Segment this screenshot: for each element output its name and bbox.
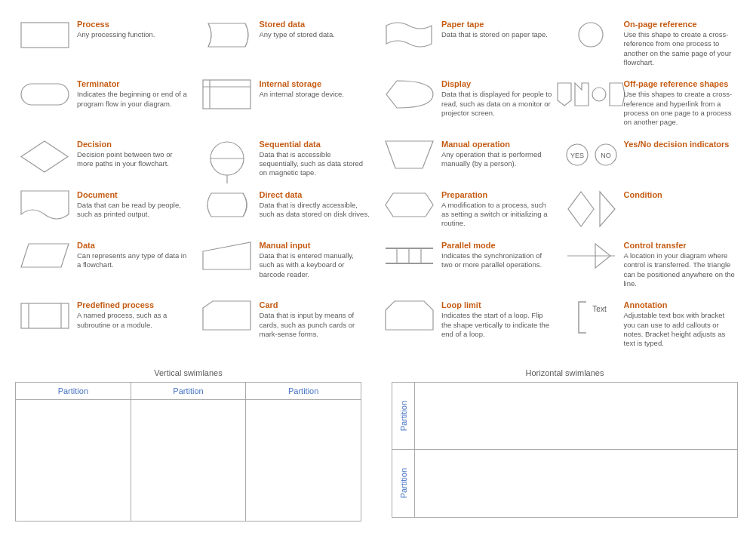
annotation-desc: Adjustable text box with bracket you can… xyxy=(624,311,736,348)
horizontal-swimlane: Partition Partition xyxy=(392,382,738,518)
paper-tape-title: Paper tape xyxy=(441,20,553,29)
h-row-1: Partition xyxy=(392,383,737,451)
shape-item-internal-storage[interactable]: Internal storage An internal storage dev… xyxy=(198,75,374,131)
card-desc: Data that is input by means of cards, su… xyxy=(260,311,371,339)
shape-item-manual-operation[interactable]: Manual operation Any operation that is p… xyxy=(380,135,556,183)
process-title: Process xyxy=(77,20,189,29)
predefined-process-desc: A named process, such as a subroutine or… xyxy=(77,311,189,330)
loop-limit-desc: Indicates the start of a loop. Flip the … xyxy=(441,311,553,339)
shape-item-annotation[interactable]: Text Annotation Adjustable text box with… xyxy=(562,296,739,352)
off-page-title: Off-page reference shapes xyxy=(624,79,736,88)
shape-item-document[interactable]: Document Data that can be read by people… xyxy=(15,186,192,233)
manual-input-desc: Data that is entered manually, such as w… xyxy=(260,251,371,279)
shape-item-yes-no[interactable]: YES NO Yes/No decision indicators xyxy=(562,135,739,183)
document-title: Document xyxy=(77,190,189,199)
sequential-data-visual xyxy=(201,140,254,177)
svg-marker-8 xyxy=(610,83,625,106)
data-visual xyxy=(18,241,71,271)
svg-marker-23 xyxy=(203,242,250,269)
shape-item-decision[interactable]: Decision Decision point between two or m… xyxy=(15,135,192,183)
shape-item-card[interactable]: Card Data that is input by means of card… xyxy=(198,296,374,352)
paper-tape-desc: Data that is stored on paper tape. xyxy=(441,30,553,39)
svg-point-1 xyxy=(579,23,603,47)
svg-marker-21 xyxy=(600,192,615,226)
shape-item-predefined-process[interactable]: Predefined process A named process, such… xyxy=(15,296,192,352)
manual-operation-visual xyxy=(383,140,435,170)
display-desc: Data that is displayed for people to rea… xyxy=(441,90,553,118)
shape-item-on-page[interactable]: On-page reference Use this shape to crea… xyxy=(562,15,739,72)
v-body-cell-1 xyxy=(16,400,131,460)
v-body-cell-3 xyxy=(246,400,361,460)
v-header-row: Partition Partition Partition xyxy=(16,383,361,400)
direct-data-visual xyxy=(201,190,254,220)
shape-item-preparation[interactable]: Preparation A modification to a process,… xyxy=(380,186,556,233)
parallel-mode-visual xyxy=(383,241,435,271)
annotation-visual: Text xyxy=(565,300,618,334)
shape-item-parallel-mode[interactable]: Parallel mode Indicates the synchronizat… xyxy=(380,236,556,293)
manual-operation-desc: Any operation that is performed manually… xyxy=(441,150,553,169)
parallel-mode-title: Parallel mode xyxy=(441,241,553,250)
v-body-row-2 xyxy=(16,460,361,521)
shape-item-off-page[interactable]: Off-page reference shapes Use this shape… xyxy=(562,75,739,131)
control-transfer-visual xyxy=(565,241,618,271)
terminator-title: Terminator xyxy=(77,79,189,88)
annotation-title: Annotation xyxy=(624,300,736,309)
svg-rect-0 xyxy=(21,23,69,48)
manual-input-title: Manual input xyxy=(260,241,371,250)
sequential-data-title: Sequential data xyxy=(260,140,371,149)
shape-item-sequential-data[interactable]: Sequential data Data that is accessible … xyxy=(198,135,374,183)
stored-data-visual xyxy=(201,20,254,50)
display-visual xyxy=(383,79,435,109)
vertical-swimlane: Partition Partition Partition xyxy=(15,382,361,522)
card-visual xyxy=(201,300,254,331)
shape-item-paper-tape[interactable]: Paper tape Data that is stored on paper … xyxy=(380,15,556,72)
internal-storage-title: Internal storage xyxy=(260,79,371,88)
h-partition-2: Partition xyxy=(399,468,408,498)
direct-data-desc: Data that is directly accessible, such a… xyxy=(260,201,371,220)
preparation-desc: A modification to a process, such as set… xyxy=(441,201,553,229)
card-title: Card xyxy=(260,300,371,309)
on-page-visual xyxy=(565,20,618,50)
v-body-cell-2 xyxy=(131,400,247,460)
parallel-mode-desc: Indicates the synchronization of two or … xyxy=(441,251,553,270)
sequential-data-desc: Data that is accessible sequentially, su… xyxy=(260,150,371,178)
shape-item-terminator[interactable]: Terminator Indicates the beginning or en… xyxy=(15,75,192,131)
on-page-title: On-page reference xyxy=(624,20,736,29)
off-page-desc: Use this shapes to create a cross-refere… xyxy=(624,90,736,127)
shape-item-condition[interactable]: Condition xyxy=(562,186,739,233)
manual-input-visual xyxy=(201,241,254,271)
condition-title: Condition xyxy=(624,190,736,199)
process-visual xyxy=(18,20,71,50)
svg-rect-2 xyxy=(21,84,69,105)
shapes-grid: Process Any processing function. Stored … xyxy=(15,15,738,353)
v-body-cell-6 xyxy=(246,460,361,521)
internal-storage-visual xyxy=(201,79,254,109)
h-label-1: Partition xyxy=(392,383,415,450)
yes-no-title: Yes/No decision indicators xyxy=(624,140,736,149)
document-desc: Data that can be read by people, such as… xyxy=(77,201,189,220)
shape-item-manual-input[interactable]: Manual input Data that is entered manual… xyxy=(198,236,374,293)
preparation-title: Preparation xyxy=(441,190,553,199)
shape-item-direct-data[interactable]: Direct data Data that is directly access… xyxy=(198,186,374,233)
shape-item-loop-limit[interactable]: Loop limit Indicates the start of a loop… xyxy=(380,296,556,352)
shape-item-control-transfer[interactable]: Control transfer A location in your diag… xyxy=(562,236,739,293)
v-body-cell-5 xyxy=(131,460,247,521)
svg-marker-20 xyxy=(568,192,594,226)
h-partition-1: Partition xyxy=(399,401,408,431)
vertical-swimlane-title: Vertical swimlanes xyxy=(15,368,361,377)
shape-item-stored-data[interactable]: Stored data Any type of stored data. xyxy=(198,15,374,72)
data-title: Data xyxy=(77,241,189,250)
shape-item-display[interactable]: Display Data that is displayed for peopl… xyxy=(380,75,556,131)
v-body-cell-4 xyxy=(16,460,131,521)
shape-item-process[interactable]: Process Any processing function. xyxy=(15,15,192,72)
horizontal-swimlane-title: Horizontal swimlanes xyxy=(392,368,738,377)
yes-no-visual: YES NO xyxy=(565,140,618,170)
shape-item-data[interactable]: Data Can represents any type of data in … xyxy=(15,236,192,293)
svg-text:YES: YES xyxy=(570,152,583,159)
h-row-2: Partition xyxy=(392,450,737,517)
data-desc: Can represents any type of data in a flo… xyxy=(77,251,189,270)
stored-data-desc: Any type of stored data. xyxy=(260,30,371,39)
h-label-2: Partition xyxy=(392,450,415,517)
preparation-visual xyxy=(383,190,435,220)
document-visual xyxy=(18,190,71,222)
